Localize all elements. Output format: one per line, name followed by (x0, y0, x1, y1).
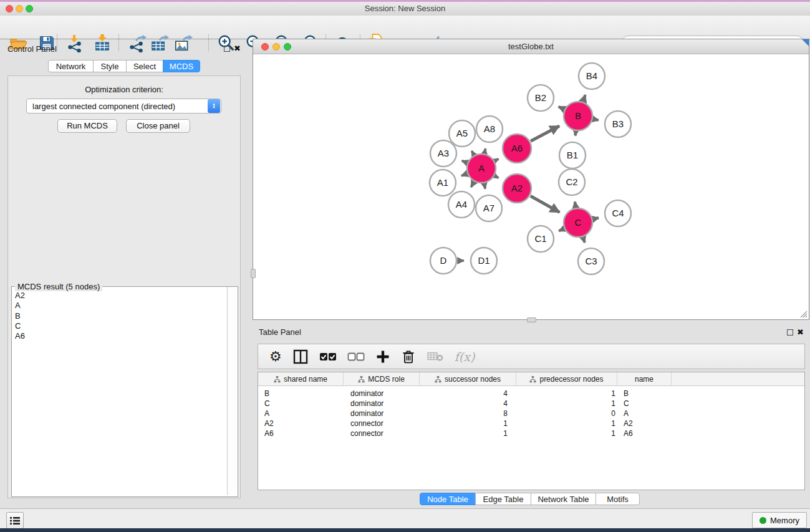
graph-edge-A-A7[interactable] (485, 184, 485, 189)
column-header[interactable]: MCDS role (344, 372, 420, 386)
network-view-window: testGlobe.txt B4B2BB3A5A8A6B1A3AA1C2A2A4… (253, 39, 809, 320)
attribute-tree-icon (274, 376, 281, 383)
table-row[interactable]: A6connector11A6 (258, 428, 804, 438)
result-item[interactable]: A6 (12, 331, 226, 341)
control-panel-float-icon[interactable] (224, 46, 230, 52)
network-window-pin-icon (802, 39, 809, 46)
graph-edge-A-A6[interactable] (495, 159, 499, 161)
graph-edge-A-A2[interactable] (495, 176, 499, 178)
graph-node-label-B1: B1 (567, 150, 578, 160)
graph-node-label-D1: D1 (478, 255, 489, 266)
table-row[interactable]: Adominator80A (258, 409, 804, 418)
graph-node-label-C3: C3 (585, 256, 597, 266)
optimization-criterion-select[interactable]: largest connected component (directed) ▲… (26, 99, 221, 114)
close-panel-button[interactable]: Close panel (126, 119, 190, 133)
table-cell: A (624, 409, 629, 418)
graph-edge-C-C2[interactable] (575, 202, 576, 208)
result-item[interactable]: C (12, 321, 226, 331)
column-header[interactable]: predecessor nodes (516, 372, 617, 386)
result-item[interactable]: B (12, 311, 226, 321)
graph-nodes: B4B2BB3A5A8A6B1A3AA1C2A2A4A7C4CC1C3DD1 (430, 63, 631, 274)
delete-column-icon[interactable] (401, 349, 416, 365)
task-history-button[interactable] (6, 512, 24, 529)
result-scrollbar[interactable] (227, 287, 237, 495)
memory-button[interactable]: Memory (752, 512, 807, 528)
table-cell: A2 (264, 418, 274, 428)
column-header-label: predecessor nodes (539, 375, 603, 384)
table-row[interactable]: A2connector11A2 (258, 418, 804, 428)
graph-edge-A-A5[interactable] (471, 151, 473, 155)
export-table-button[interactable] (149, 32, 170, 54)
tab-edge-table[interactable]: Edge Table (475, 493, 531, 505)
close-traffic-light[interactable] (6, 5, 13, 12)
graph-edge-B-B3[interactable] (593, 119, 598, 120)
import-network-button[interactable] (64, 32, 85, 54)
graph-edge-A6-B[interactable] (531, 126, 559, 141)
graph-edge-A-A8[interactable] (485, 148, 485, 153)
column-header[interactable]: successor nodes (420, 372, 516, 386)
horizontal-splitter-handle[interactable] (251, 269, 256, 278)
table-panel-float-icon[interactable] (787, 329, 793, 336)
table-cell: 8 (445, 409, 508, 418)
tab-network[interactable]: Network (48, 60, 94, 72)
table-row[interactable]: Cdominator41C (258, 399, 804, 409)
tab-motifs[interactable]: Motifs (595, 493, 640, 505)
window-resize-grip[interactable] (799, 309, 808, 318)
result-item[interactable]: A (12, 301, 226, 311)
table-cell: 1 (541, 418, 615, 428)
import-table-button[interactable] (92, 32, 113, 54)
graph-node-label-A7: A7 (483, 203, 494, 213)
graph-edge-C-C4[interactable] (593, 218, 599, 219)
network-canvas[interactable]: B4B2BB3A5A8A6B1A3AA1C2A2A4A7C4CC1C3DD1 (253, 54, 809, 319)
result-item[interactable]: A2 (12, 291, 226, 301)
tab-style[interactable]: Style (93, 60, 127, 72)
vertical-splitter-handle[interactable] (527, 317, 536, 322)
zoom-traffic-light[interactable] (26, 5, 33, 12)
table-cell: 4 (445, 389, 508, 399)
table-row[interactable]: Bdominator41B (258, 389, 804, 399)
control-panel-close-icon[interactable]: ✖ (234, 45, 241, 52)
graph-edge-B-B1[interactable] (576, 132, 576, 136)
network-minimize-traffic-light[interactable] (272, 43, 280, 51)
table-cell: 0 (541, 409, 615, 418)
graph-edge-A2-C[interactable] (531, 196, 560, 212)
column-header[interactable]: shared name (258, 372, 344, 386)
export-image-button[interactable] (173, 32, 194, 54)
graph-edge-B-B2[interactable] (559, 107, 564, 109)
memory-label: Memory (770, 516, 799, 525)
panel-columns-icon[interactable] (292, 349, 309, 365)
network-close-traffic-light[interactable] (261, 43, 269, 51)
memory-status-icon (759, 517, 766, 524)
network-window-titlebar[interactable]: testGlobe.txt (253, 39, 809, 54)
mcds-result-list[interactable]: A2ABCA6 (12, 291, 226, 341)
graph-edge-A-A3[interactable] (462, 161, 467, 163)
column-header-label: shared name (284, 375, 327, 384)
graph-edge-A-A1[interactable] (461, 174, 467, 176)
deselect-all-icon[interactable] (347, 352, 365, 362)
tab-select[interactable]: Select (126, 60, 163, 72)
graph-edge-C-C3[interactable] (583, 238, 585, 243)
graph-edge-A-A4[interactable] (471, 182, 473, 187)
column-header-label: successor nodes (445, 375, 501, 384)
tab-node-table[interactable]: Node Table (420, 493, 476, 505)
graph-node-label-A4: A4 (456, 199, 467, 210)
select-all-icon[interactable] (319, 352, 337, 362)
status-bar (0, 508, 810, 528)
table-panel-close-icon[interactable]: ✖ (797, 329, 804, 336)
column-header[interactable]: name (617, 372, 672, 386)
export-network-button[interactable] (127, 32, 148, 54)
graph-node-label-A6: A6 (511, 143, 523, 153)
add-column-icon[interactable] (375, 349, 390, 364)
network-zoom-traffic-light[interactable] (284, 43, 291, 51)
minimize-traffic-light[interactable] (16, 5, 23, 12)
table-cell: A2 (624, 418, 633, 428)
run-mcds-button[interactable]: Run MCDS (57, 119, 117, 133)
table-toolbar: ⚙ f(x) (258, 344, 805, 369)
tab-network-table[interactable]: Network Table (531, 493, 596, 505)
node-table[interactable]: shared nameMCDS rolesuccessor nodesprede… (258, 372, 805, 490)
table-settings-icon[interactable]: ⚙ (269, 350, 282, 364)
tab-mcds[interactable]: MCDS (163, 60, 200, 72)
delete-table-icon[interactable] (427, 351, 444, 363)
graph-edge-B-B4[interactable] (583, 95, 585, 101)
graph-edge-C-C1[interactable] (559, 229, 564, 231)
